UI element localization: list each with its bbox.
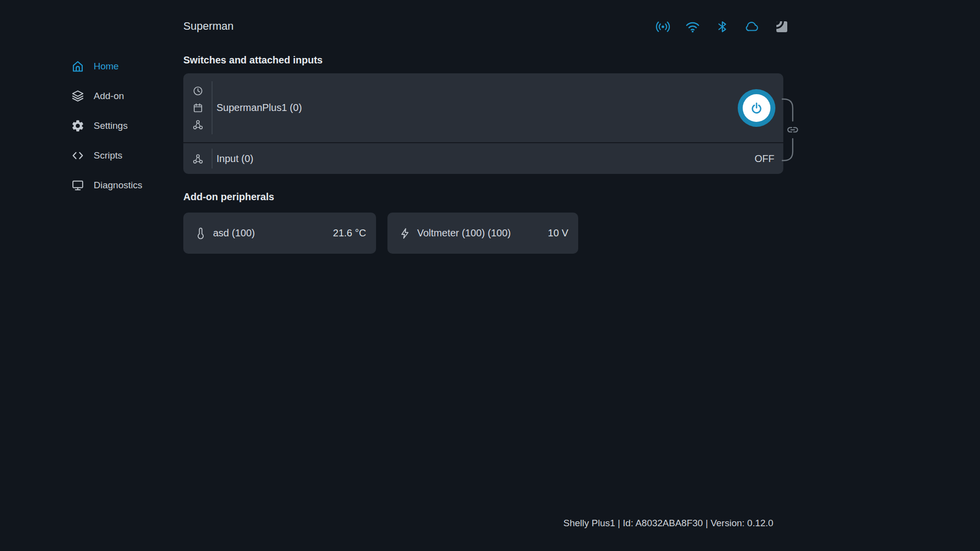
gear-icon [71, 119, 85, 133]
device-info-footer: Shelly Plus1 | Id: A8032ABA8F30 | Versio… [563, 518, 773, 529]
switch-input-link-bracket [782, 92, 806, 167]
schedule-icon [193, 86, 203, 96]
peripheral-card-temperature[interactable]: asd (100) 21.6 °C [183, 213, 376, 254]
peripheral-label: Voltmeter (100) (100) [417, 227, 511, 239]
bolt-icon [399, 227, 410, 239]
thermometer-icon [195, 227, 206, 239]
sidebar-item-diagnostics[interactable]: Diagnostics [71, 170, 180, 200]
switch-row[interactable]: SupermanPlus1 (0) [183, 73, 783, 142]
switch-feature-icons [191, 73, 204, 142]
ap-icon [655, 19, 671, 35]
webhook-icon [193, 119, 203, 130]
input-row[interactable]: Input (0) OFF [183, 143, 783, 174]
bluetooth-icon [714, 19, 730, 35]
switch-card: SupermanPlus1 (0) [183, 73, 783, 174]
power-toggle-button[interactable] [738, 89, 775, 127]
sidebar-item-scripts[interactable]: Scripts [71, 141, 180, 170]
sidebar-item-label: Scripts [94, 150, 122, 161]
peripheral-label: asd (100) [213, 227, 255, 239]
input-feature-icons [191, 143, 204, 174]
sidebar-item-home[interactable]: Home [71, 52, 180, 81]
row-divider-line [212, 149, 213, 168]
input-state-badge: OFF [755, 153, 774, 165]
code-icon [71, 149, 85, 163]
calendar-icon [193, 103, 203, 113]
peripherals-row: asd (100) 21.6 °C Voltmeter (100) (100) … [183, 213, 578, 254]
sidebar-item-addon[interactable]: Add-on [71, 81, 180, 111]
cloud-icon [744, 19, 760, 35]
home-icon [71, 59, 85, 73]
peripherals-section-title: Add-on peripherals [183, 191, 274, 203]
switches-section-title: Switches and attached inputs [183, 55, 323, 66]
row-divider-line [212, 81, 213, 134]
power-icon [750, 102, 763, 114]
status-icon-bar [655, 19, 790, 35]
monitor-icon [71, 178, 85, 192]
sidebar-item-label: Home [94, 61, 119, 72]
power-toggle-inner [743, 94, 770, 122]
webhook-icon [193, 154, 203, 164]
sidebar-item-label: Add-on [94, 91, 124, 102]
sidebar: Home Add-on Settings Scripts [71, 52, 180, 200]
sidebar-item-settings[interactable]: Settings [71, 111, 180, 141]
sidebar-item-label: Settings [94, 120, 128, 131]
input-name: Input (0) [217, 153, 253, 165]
link-icon [787, 127, 798, 133]
layers-icon [71, 89, 85, 103]
wifi-icon [685, 19, 701, 35]
peripheral-card-voltmeter[interactable]: Voltmeter (100) (100) 10 V [387, 213, 578, 254]
sidebar-item-label: Diagnostics [94, 180, 142, 191]
switch-name: SupermanPlus1 (0) [217, 102, 302, 113]
mqtt-icon [774, 19, 790, 35]
peripheral-value: 21.6 °C [333, 227, 366, 239]
page-title: Superman [183, 20, 234, 33]
peripheral-value: 10 V [548, 227, 568, 239]
